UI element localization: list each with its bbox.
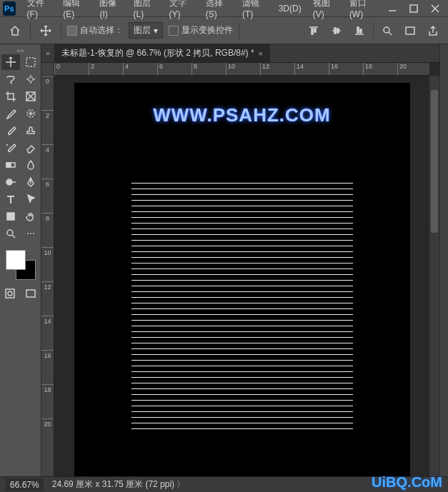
menu-bar: Ps 文件(F) 编辑(E) 图像(I) 图层(L) 文字(Y) 选择(S) 滤…	[0, 0, 448, 17]
ruler-tick: 14	[41, 316, 54, 350]
crop-tool[interactable]	[1, 89, 20, 104]
align-bottom-icon[interactable]	[350, 21, 369, 40]
document-dimensions[interactable]: 24.69 厘米 x 31.75 厘米 (72 ppi) 〉	[52, 478, 186, 491]
svg-rect-5	[312, 29, 313, 34]
ruler-tick: 18	[41, 384, 54, 418]
share-icon[interactable]	[424, 21, 442, 40]
menu-file[interactable]: 文件(F)	[21, 1, 58, 16]
options-bar: 自动选择： 图层 ▾ 显示变换控件	[0, 17, 448, 44]
ruler-tick: 6	[41, 179, 54, 213]
separator	[373, 23, 374, 39]
menu-select[interactable]: 选择(S)	[200, 1, 237, 16]
frame-tool[interactable]	[21, 89, 40, 104]
svg-line-30	[12, 235, 15, 238]
pen-tool[interactable]	[21, 174, 40, 190]
separator	[239, 23, 239, 39]
svg-rect-9	[337, 29, 339, 33]
panel-dock-edge[interactable]	[439, 44, 448, 476]
tab-close-icon[interactable]: ×	[259, 49, 263, 58]
brush-tool[interactable]	[1, 123, 20, 139]
align-top-icon[interactable]	[304, 21, 323, 40]
source-watermark: UiBQ.CoM	[372, 474, 442, 491]
ruler-tick: 0	[41, 76, 54, 110]
search-icon[interactable]	[378, 21, 397, 40]
vertical-scrollbar[interactable]	[429, 76, 439, 476]
zoom-tool[interactable]	[1, 226, 20, 241]
eyedropper-tool[interactable]	[1, 106, 20, 121]
svg-rect-31	[6, 289, 14, 298]
menu-layer[interactable]: 图层(L)	[128, 1, 164, 16]
svg-rect-6	[314, 29, 316, 32]
toolbox-collapse-icon[interactable]: ««	[1, 47, 39, 54]
dropdown-value: 图层	[134, 24, 151, 36]
minimize-button[interactable]	[382, 1, 402, 16]
screen-mode-icon[interactable]	[401, 21, 419, 40]
marquee-tool[interactable]	[21, 54, 40, 70]
stamp-tool[interactable]	[21, 123, 40, 139]
vertical-ruler[interactable]: 02468101214161820	[41, 76, 54, 476]
svg-point-26	[6, 179, 12, 185]
ruler-tick: 20	[397, 63, 429, 75]
show-transform-option[interactable]: 显示变换控件	[169, 24, 233, 36]
path-select-tool[interactable]	[21, 191, 40, 207]
home-icon[interactable]	[6, 21, 24, 40]
menu-window[interactable]: 窗口(W)	[344, 1, 382, 16]
shape-tool[interactable]	[1, 209, 20, 224]
auto-select-checkbox[interactable]	[67, 26, 77, 36]
menu-edit[interactable]: 编辑(E)	[57, 1, 94, 16]
ruler-area: 024681012141618202224 02468101214161820 …	[41, 63, 439, 476]
menu-filter[interactable]: 滤镜(T)	[237, 1, 273, 16]
window-controls	[382, 1, 445, 16]
document-area: » 未标题-1-恢复的 @ 66.7% (形状 2 拷贝, RGB/8#) * …	[41, 44, 439, 476]
svg-rect-12	[360, 29, 362, 33]
scrollbar-thumb[interactable]	[431, 90, 438, 233]
edit-toolbar[interactable]: ⋯	[21, 226, 40, 241]
document-tab[interactable]: 未标题-1-恢复的 @ 66.7% (形状 2 拷贝, RGB/8#) * ×	[54, 44, 270, 62]
screen-mode-toggle-icon[interactable]	[22, 286, 40, 301]
ruler-tick: 18	[363, 63, 397, 75]
move-tool[interactable]	[1, 54, 20, 70]
hand-tool[interactable]	[21, 209, 40, 224]
zoom-level[interactable]: 66.67%	[6, 478, 44, 491]
show-transform-checkbox[interactable]	[169, 26, 179, 36]
foreground-color[interactable]	[6, 250, 26, 270]
align-vcenter-icon[interactable]	[327, 21, 346, 40]
type-tool[interactable]	[1, 191, 20, 207]
menu-view[interactable]: 视图(V)	[307, 1, 344, 16]
tab-title: 未标题-1-恢复的 @ 66.7% (形状 2 拷贝, RGB/8#) *	[61, 47, 254, 59]
ruler-origin[interactable]	[41, 63, 54, 76]
dodge-tool[interactable]	[1, 174, 20, 190]
canvas[interactable]: WWW.PSAHZ.COM	[74, 83, 410, 476]
quick-mask-icon[interactable]	[1, 286, 19, 301]
maximize-button[interactable]	[404, 1, 424, 16]
svg-point-29	[7, 230, 13, 236]
tab-expand-icon[interactable]: »	[41, 49, 54, 57]
menu-image[interactable]: 图像(I)	[94, 1, 127, 16]
auto-select-target-dropdown[interactable]: 图层 ▾	[129, 22, 163, 39]
quick-select-tool[interactable]	[21, 71, 40, 87]
ruler-tick: 2	[41, 110, 54, 144]
ruler-tick: 4	[41, 144, 54, 179]
blur-tool[interactable]	[21, 157, 40, 173]
separator	[30, 23, 31, 39]
close-button[interactable]	[425, 1, 445, 16]
history-brush-tool[interactable]	[1, 140, 20, 156]
lasso-tool[interactable]	[1, 71, 20, 87]
eraser-tool[interactable]	[21, 140, 40, 156]
menu-3d[interactable]: 3D(D)	[273, 1, 307, 16]
canvas-viewport[interactable]: WWW.PSAHZ.COM	[54, 76, 429, 476]
svg-point-13	[384, 27, 389, 33]
healing-tool[interactable]	[21, 106, 40, 121]
color-swatches[interactable]	[6, 250, 36, 280]
menu-type[interactable]: 文字(Y)	[164, 1, 200, 16]
shape-lines	[131, 183, 353, 434]
tab-bar: » 未标题-1-恢复的 @ 66.7% (形状 2 拷贝, RGB/8#) * …	[41, 44, 439, 63]
horizontal-ruler[interactable]: 024681012141618202224	[54, 63, 429, 76]
ruler-tick: 2	[89, 63, 123, 75]
gradient-tool[interactable]	[1, 157, 20, 173]
ruler-tick: 0	[54, 63, 89, 75]
ruler-tick: 12	[260, 63, 294, 75]
separator	[61, 23, 61, 39]
move-tool-icon[interactable]	[36, 21, 55, 40]
auto-select-option[interactable]: 自动选择：	[67, 24, 123, 36]
